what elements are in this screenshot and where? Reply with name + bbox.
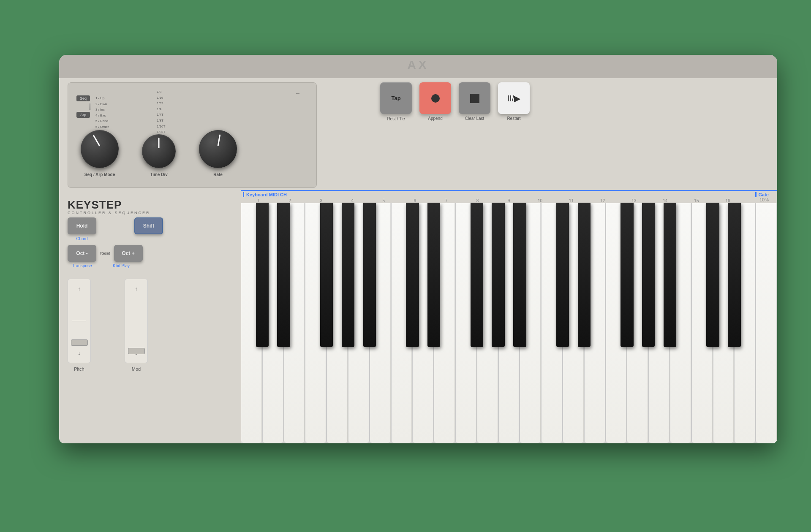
td-1-32: 1/32 bbox=[157, 100, 165, 106]
mod-slider[interactable] bbox=[125, 279, 148, 363]
device-body: AX Seq Arp 1 / Up 2 / Dwn 3 / Inc 4 / Ex… bbox=[59, 55, 777, 443]
seq-inner: Seq Arp 1 / Up 2 / Dwn 3 / Inc 4 / Exc 5… bbox=[68, 83, 316, 187]
piano-keys bbox=[241, 203, 777, 443]
black-key-3[interactable] bbox=[320, 203, 333, 347]
hold-button[interactable]: Hold bbox=[68, 217, 96, 234]
td-1-4t: 1/4T bbox=[157, 112, 165, 118]
black-key-18[interactable] bbox=[642, 203, 655, 347]
black-key-12[interactable] bbox=[513, 203, 526, 347]
black-key-11[interactable] bbox=[492, 203, 504, 347]
seq-tag[interactable]: Seq bbox=[76, 95, 90, 101]
oct-row: Oct - Reset Oct + bbox=[68, 245, 143, 262]
shift-button-group: Shift bbox=[134, 217, 163, 234]
time-div-knob[interactable] bbox=[142, 134, 176, 168]
seq-arp-mode-knob[interactable] bbox=[81, 130, 119, 168]
mode-label-6order: 6 / Order bbox=[95, 124, 112, 130]
stop-square-icon bbox=[470, 94, 479, 103]
black-key-1[interactable] bbox=[277, 203, 290, 347]
mode-switch-group: Seq Arp bbox=[76, 95, 90, 118]
transpose-label: Transpose bbox=[68, 263, 96, 268]
black-key-7[interactable] bbox=[406, 203, 419, 347]
midi-ch-header: Keyboard MIDI CH bbox=[243, 192, 290, 197]
td-1-8: 1/8 bbox=[157, 89, 165, 95]
sliders-section: Pitch Mod bbox=[68, 279, 148, 372]
brand-subtitle: CONTROLLER & SEQUENCER bbox=[68, 211, 150, 215]
clear-last-label: Clear Last bbox=[465, 116, 484, 121]
brand-name: KEYSTEP bbox=[68, 198, 150, 212]
black-key-8[interactable] bbox=[427, 203, 440, 347]
brand-logo-top: AX bbox=[408, 58, 429, 72]
mode-label-2dwn: 2 / Dwn bbox=[95, 101, 112, 107]
blue-accent-line bbox=[241, 190, 777, 191]
pitch-center-line bbox=[72, 321, 86, 321]
mode-label-5rand: 5 / Rand bbox=[95, 118, 112, 124]
black-key-4[interactable] bbox=[342, 203, 354, 347]
seq-section: Seq Arp 1 / Up 2 / Dwn 3 / Inc 4 / Exc 5… bbox=[68, 82, 317, 188]
pitch-thumb[interactable] bbox=[71, 339, 88, 346]
mode-label-1up: 1 / Up bbox=[95, 95, 112, 101]
oct-minus-button[interactable]: Oct - bbox=[68, 245, 96, 262]
time-div-labels: 1/8 1/16 1/32 1/4 1/4T 1/8T 1/16T 1/32T bbox=[157, 89, 165, 135]
clear-last-button[interactable] bbox=[459, 82, 490, 114]
restart-button[interactable]: II/▶ bbox=[498, 82, 530, 114]
rate-labels: — bbox=[296, 89, 299, 98]
control-buttons: Hold Chord Shift bbox=[68, 217, 163, 241]
rate-knob[interactable] bbox=[199, 130, 237, 168]
time-div-label: Time Div bbox=[150, 172, 168, 177]
knobs-row: Seq / Arp Mode Time Div Rate bbox=[81, 130, 237, 177]
oct-section: Oct - Reset Oct + Transpose Kbd Play bbox=[68, 245, 143, 268]
mod-slider-group: Mod bbox=[125, 279, 148, 372]
td-1-16t: 1/16T bbox=[157, 124, 165, 130]
mode-label-4exc: 4 / Exc bbox=[95, 113, 112, 119]
td-1-16: 1/16 bbox=[157, 95, 165, 101]
black-key-19[interactable] bbox=[664, 203, 676, 347]
mode-connector-line bbox=[90, 103, 90, 110]
black-key-0[interactable] bbox=[256, 203, 269, 347]
black-key-5[interactable] bbox=[363, 203, 376, 347]
black-key-22[interactable] bbox=[728, 203, 740, 347]
tap-button[interactable]: Tap bbox=[380, 82, 412, 114]
pitch-label: Pitch bbox=[74, 366, 84, 372]
reset-connector-label: Reset bbox=[98, 251, 112, 255]
append-button-group: Append bbox=[419, 82, 451, 121]
rate-label: Rate bbox=[213, 172, 223, 177]
rest-tie-label: Rest / Tie bbox=[387, 117, 405, 121]
white-key-24[interactable] bbox=[756, 203, 777, 443]
black-key-21[interactable] bbox=[706, 203, 719, 347]
pitch-slider[interactable] bbox=[68, 279, 91, 363]
restart-label: Restart bbox=[507, 116, 520, 121]
shift-button[interactable]: Shift bbox=[134, 217, 163, 234]
mod-thumb[interactable] bbox=[128, 348, 145, 354]
transport-area: Tap Rest / Tie Append Clear Last II/▶ Re… bbox=[380, 82, 530, 121]
clear-last-button-group: Clear Last bbox=[459, 82, 490, 121]
oct-sub-labels: Transpose Kbd Play bbox=[68, 263, 143, 268]
black-key-15[interactable] bbox=[578, 203, 591, 347]
pitch-slider-group: Pitch bbox=[68, 279, 91, 372]
gate-value: 10% bbox=[755, 197, 769, 202]
black-key-14[interactable] bbox=[556, 203, 569, 347]
rate-knob-group: Rate bbox=[199, 130, 237, 177]
mod-label: Mod bbox=[132, 366, 141, 372]
mode-label-3inc: 3 / Inc bbox=[95, 107, 112, 113]
black-key-10[interactable] bbox=[471, 203, 483, 347]
tap-button-group: Tap Rest / Tie bbox=[380, 82, 412, 121]
gate-label: Gate bbox=[755, 192, 769, 197]
append-button[interactable] bbox=[419, 82, 451, 114]
append-dot-icon bbox=[431, 94, 440, 103]
append-label: Append bbox=[428, 116, 442, 121]
seq-arp-mode-label: Seq / Arp Mode bbox=[84, 172, 115, 177]
restart-button-group: II/▶ Restart bbox=[498, 82, 530, 121]
black-key-17[interactable] bbox=[620, 203, 633, 347]
gate-section: Gate 10% bbox=[755, 192, 769, 202]
oct-plus-button[interactable]: Oct + bbox=[114, 245, 143, 262]
kbd-play-label: Kbd Play bbox=[107, 263, 136, 268]
arp-tag[interactable]: Arp bbox=[76, 112, 90, 118]
td-1-8t: 1/8T bbox=[157, 118, 165, 124]
chord-label: Chord bbox=[76, 236, 87, 241]
keyboard-midi-ch-label: Keyboard MIDI CH bbox=[243, 192, 287, 197]
td-1-4: 1/4 bbox=[157, 106, 165, 112]
hold-button-group: Hold Chord bbox=[68, 217, 96, 241]
rate-top-mark: — bbox=[296, 89, 299, 98]
device-top-bar: AX bbox=[59, 55, 777, 78]
piano-section bbox=[241, 203, 777, 443]
